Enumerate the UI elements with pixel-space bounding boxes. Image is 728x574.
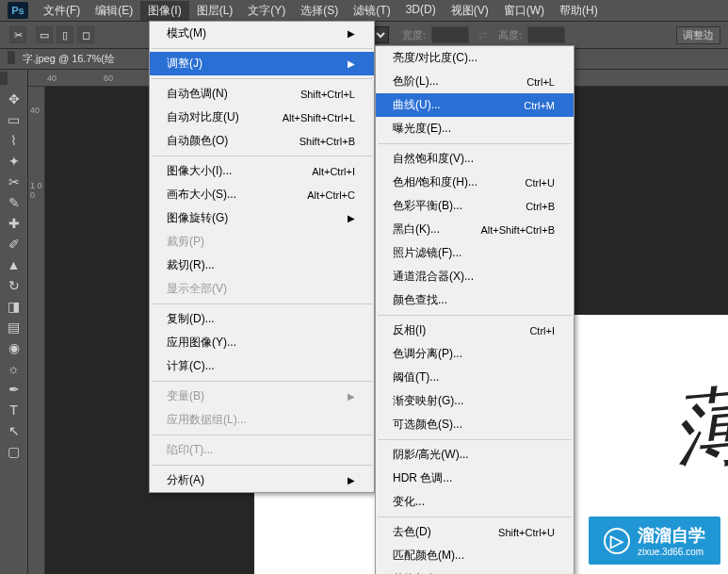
menu-视图[interactable]: 视图(V) — [444, 1, 496, 21]
menu-item: 变量(B)▶ — [150, 385, 374, 408]
menu-item[interactable]: 可选颜色(S)... — [376, 413, 574, 436]
height-input[interactable] — [527, 26, 565, 43]
healing-tool[interactable]: ✚ — [4, 214, 24, 233]
marquee-tool[interactable]: ▭ — [4, 110, 24, 129]
adjustments-submenu: 亮度/对比度(C)...色阶(L)...Ctrl+L曲线(U)...Ctrl+M… — [375, 45, 574, 574]
brush-tool[interactable]: ✐ — [4, 235, 24, 254]
menu-separator — [152, 435, 372, 435]
menu-item[interactable]: 阴影/高光(W)... — [376, 443, 574, 467]
menu-item[interactable]: 匹配颜色(M)... — [376, 544, 574, 567]
menu-separator — [152, 381, 372, 382]
menu-item[interactable]: HDR 色调... — [376, 467, 574, 490]
eraser-tool[interactable]: ◨ — [4, 297, 24, 316]
magic-wand-tool[interactable]: ✦ — [4, 152, 24, 171]
menu-item-label: 渐变映射(G)... — [393, 393, 463, 409]
menu-item-label: 模式(M) — [167, 25, 206, 41]
menu-图像[interactable]: 图像(I) — [140, 1, 188, 21]
menu-滤镜[interactable]: 滤镜(T) — [346, 1, 397, 21]
menu-item[interactable]: 模式(M)▶ — [150, 22, 374, 45]
menu-item[interactable]: 曲线(U)...Ctrl+M — [376, 93, 574, 117]
menu-item[interactable]: 黑白(K)...Alt+Shift+Ctrl+B — [376, 218, 574, 241]
menu-item[interactable]: 裁切(R)... — [150, 254, 374, 277]
menu-item[interactable]: 色彩平衡(B)...Ctrl+B — [376, 194, 574, 218]
menu-item[interactable]: 自动色调(N)Shift+Ctrl+L — [150, 82, 374, 106]
menu-item[interactable]: 阈值(T)... — [376, 366, 574, 389]
stamp-tool[interactable]: ▲ — [4, 255, 24, 274]
menu-item[interactable]: 图像大小(I)...Alt+Ctrl+I — [150, 159, 374, 183]
tool-preset-icon[interactable]: ✂ — [9, 26, 26, 43]
menu-item[interactable]: 画布大小(S)...Alt+Ctrl+C — [150, 183, 374, 206]
main-menubar: Ps 文件(F)编辑(E)图像(I)图层(L)文字(Y)选择(S)滤镜(T)3D… — [0, 0, 728, 21]
menu-item[interactable]: 渐变映射(G)... — [376, 389, 574, 413]
toolbar-handle[interactable] — [0, 72, 8, 85]
path-select-tool[interactable]: ↖ — [4, 421, 24, 440]
tab-handle[interactable] — [8, 51, 15, 64]
menu-文字[interactable]: 文字(Y) — [240, 1, 293, 21]
menu-item[interactable]: 色调分离(P)... — [376, 342, 574, 366]
menu-item[interactable]: 反相(I)Ctrl+I — [376, 319, 574, 342]
menu-item[interactable]: 自然饱和度(V)... — [376, 147, 574, 171]
menu-item-label: 匹配颜色(M)... — [393, 548, 464, 564]
menu-item-label: 图像大小(I)... — [167, 163, 232, 179]
menu-item[interactable]: 复制(D)... — [150, 307, 374, 331]
menu-编辑[interactable]: 编辑(E) — [88, 1, 140, 21]
menu-图层[interactable]: 图层(L) — [189, 1, 241, 21]
blur-tool[interactable]: ◉ — [4, 338, 24, 357]
menu-item-label: 复制(D)... — [167, 311, 215, 327]
menu-item[interactable]: 色相/饱和度(H)...Ctrl+U — [376, 171, 574, 194]
menu-item[interactable]: 自动颜色(O)Shift+Ctrl+B — [150, 129, 374, 153]
menu-item-label: 曝光度(E)... — [393, 121, 451, 137]
menu-item-label: 色阶(L)... — [393, 74, 439, 90]
crop-expand-icon[interactable]: ◻ — [77, 26, 94, 43]
menu-item[interactable]: 变化... — [376, 490, 574, 514]
lasso-tool[interactable]: ⌇ — [4, 131, 24, 150]
menu-item[interactable]: 亮度/对比度(C)... — [376, 46, 574, 70]
document-tab[interactable]: 字.jpeg @ 16.7%(绘 — [15, 50, 122, 68]
menu-item-label: 画布大小(S)... — [167, 187, 236, 203]
menu-item-label: 自动色调(N) — [167, 86, 228, 102]
pen-tool[interactable]: ✒ — [4, 380, 24, 399]
menu-文件[interactable]: 文件(F) — [36, 1, 88, 21]
menu-窗口[interactable]: 窗口(W) — [496, 1, 552, 21]
type-tool[interactable]: T — [4, 401, 24, 419]
shape-tool[interactable]: ▢ — [4, 442, 24, 461]
menu-item[interactable]: 去色(D)Shift+Ctrl+U — [376, 520, 574, 544]
swap-icon[interactable]: ⇄ — [478, 29, 487, 41]
menu-item[interactable]: 图像旋转(G)▶ — [150, 206, 374, 230]
menu-3d[interactable]: 3D(D) — [398, 1, 444, 21]
menu-item[interactable]: 自动对比度(U)Alt+Shift+Ctrl+L — [150, 106, 374, 129]
submenu-arrow-icon: ▶ — [348, 391, 355, 402]
menu-item-label: 变化... — [393, 494, 425, 510]
eyedropper-tool[interactable]: ✎ — [4, 193, 24, 212]
menu-item[interactable]: 通道混合器(X)... — [376, 265, 574, 288]
menu-shortcut: Ctrl+U — [526, 177, 555, 189]
menu-item-label: 黑白(K)... — [393, 221, 440, 238]
menu-separator — [378, 439, 572, 440]
menu-item-label: 陷印(T)... — [167, 442, 213, 458]
menu-item-label: 阈值(T)... — [393, 369, 439, 385]
menu-item[interactable]: 曝光度(E)... — [376, 117, 574, 140]
menu-shortcut: Ctrl+L — [526, 76, 555, 88]
crop-ratio-icon[interactable]: ▭ — [36, 26, 53, 43]
menu-选择[interactable]: 选择(S) — [293, 1, 346, 21]
menu-item[interactable]: 色阶(L)...Ctrl+L — [376, 70, 574, 93]
menu-item-label: 颜色查找... — [393, 292, 447, 308]
menu-item[interactable]: 替换颜色(R)... — [376, 567, 574, 574]
menu-item[interactable]: 照片滤镜(F)... — [376, 241, 574, 265]
menu-item[interactable]: 计算(C)... — [150, 354, 374, 378]
menu-item[interactable]: 颜色查找... — [376, 288, 574, 312]
menu-帮助[interactable]: 帮助(H) — [552, 1, 606, 21]
move-tool[interactable]: ✥ — [4, 90, 24, 108]
menu-item-label: 计算(C)... — [167, 358, 215, 374]
adjust-edge-button[interactable]: 调整边 — [676, 26, 720, 44]
history-brush-tool[interactable]: ↻ — [4, 276, 24, 295]
menu-item[interactable]: 应用图像(Y)... — [150, 331, 374, 354]
menu-item[interactable]: 分析(A)▶ — [150, 468, 374, 492]
crop-tool[interactable]: ✂ — [4, 172, 24, 191]
gradient-tool[interactable]: ▤ — [4, 318, 24, 336]
crop-orient-icon[interactable]: ▯ — [57, 26, 73, 43]
menu-item[interactable]: 调整(J)▶ — [150, 52, 374, 75]
tools-panel: ✥ ▭ ⌇ ✦ ✂ ✎ ✚ ✐ ▲ ↻ ◨ ▤ ◉ ☼ ✒ T ↖ ▢ — [0, 70, 28, 574]
dodge-tool[interactable]: ☼ — [4, 359, 24, 378]
width-input[interactable] — [431, 26, 469, 43]
